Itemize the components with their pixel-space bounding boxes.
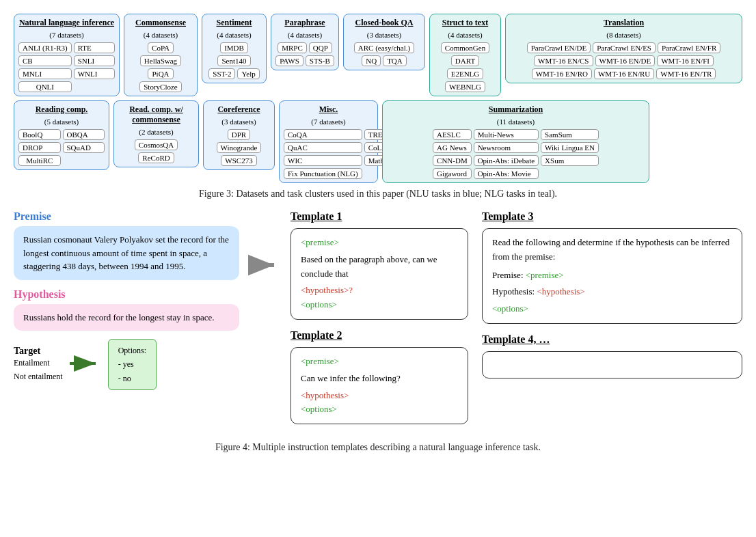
- template3-box: Read the following and determine if the …: [482, 228, 742, 324]
- cluster-closedqa: Closed-book QA (3 datasets) ARC (easy/ch…: [343, 14, 425, 70]
- list-item: Multi-News: [474, 129, 539, 140]
- list-item: DROP: [18, 142, 61, 153]
- list-item: Sent140: [217, 55, 250, 66]
- list-item: CoQA: [284, 129, 362, 140]
- cluster-misc-subtitle: (7 datasets): [284, 118, 373, 126]
- cluster-reading-title: Reading comp.: [18, 105, 105, 115]
- cluster-nli-title: Natural language inference: [18, 18, 115, 28]
- list-item: STS-B: [306, 55, 334, 66]
- cluster-closedqa-items: ARC (easy/chal.) NQ TQA: [348, 42, 420, 66]
- cluster-coref-items: DPR Winogrande WSC273: [208, 129, 270, 166]
- cluster-reading: Reading comp. (5 datasets) BoolQ OBQA DR…: [14, 100, 109, 170]
- template1-text: Based on the paragraph above, can we con…: [301, 253, 458, 281]
- target-section: Target Entailment Not entailment: [14, 339, 239, 390]
- target-entailment: Entailment Not entailment: [14, 357, 63, 383]
- template3-title: Template 3: [482, 210, 742, 223]
- template3-premise-label: Premise:: [492, 270, 524, 280]
- list-item: AG News: [433, 142, 472, 153]
- list-item: WMT-16 EN/RO: [532, 68, 592, 79]
- cluster-commonsense-subtitle: (4 datasets): [129, 31, 193, 39]
- list-item: Fix Punctuation (NLG): [284, 168, 362, 179]
- premise-label: Premise: [14, 210, 239, 223]
- cluster-translation-subtitle: (8 datasets): [510, 31, 738, 39]
- premise-text: Russian cosmonaut Valery Polyakov set th…: [23, 234, 229, 271]
- list-item: MultiRC: [18, 155, 61, 166]
- list-item: ARC (easy/chal.): [354, 42, 414, 53]
- cluster-closedqa-subtitle: (3 datasets): [348, 31, 420, 39]
- list-item: ParaCrawl EN/FR: [658, 42, 720, 53]
- list-item: PiQA: [148, 68, 173, 79]
- template3-premise-row: Premise: <premise>: [492, 268, 732, 283]
- cluster-sentiment-subtitle: (4 datasets): [206, 31, 262, 39]
- cluster-summarization-title: Summarization: [387, 105, 645, 115]
- list-item: SNLI: [74, 55, 115, 66]
- list-item: ANLI (R1-R3): [18, 42, 72, 53]
- template2-box: <premise> Can we infer the following? <h…: [291, 347, 468, 424]
- list-item: DPR: [228, 129, 250, 140]
- cluster-nli-subtitle: (7 datasets): [18, 31, 115, 39]
- options-yes: - yes: [118, 357, 146, 371]
- list-item: WSC273: [221, 155, 256, 166]
- clusters-row1: Natural language inference (7 datasets) …: [14, 14, 742, 96]
- cluster-sentiment-items: IMDB Sent140 SST-2 Yelp: [206, 42, 262, 79]
- list-item: Yelp: [237, 68, 259, 79]
- target-label-text: Target Entailment Not entailment: [14, 346, 63, 383]
- template3-hypothesis-row: Hypothesis: <hypothesis>: [492, 285, 732, 299]
- cluster-misc-title: Misc.: [284, 105, 373, 115]
- clusters-row2: Reading comp. (5 datasets) BoolQ OBQA DR…: [14, 100, 742, 183]
- template1-box: <premise> Based on the paragraph above, …: [291, 228, 468, 320]
- template2-section: Template 2 <premise> Can we infer the fo…: [291, 329, 468, 424]
- cluster-misc: Misc. (7 datasets) CoQA TREC QuAC CoLA W…: [279, 100, 378, 183]
- cluster-struct2text: Struct to text (4 datasets) CommonGen DA…: [429, 14, 501, 96]
- cluster-paraphrase-title: Paraphrase: [275, 18, 334, 28]
- cluster-readingw-items: CosmosQA ReCoRD: [118, 139, 194, 163]
- list-item: SamSum: [541, 129, 599, 140]
- template4-section: Template 4, …: [482, 333, 742, 378]
- template3-options: <options>: [492, 302, 732, 316]
- template3-hypothesis: <hypothesis>: [537, 286, 584, 297]
- cluster-summarization-items: AESLC Multi-News SamSum AG News Newsroom…: [387, 129, 645, 179]
- figure4-caption: Figure 4: Multiple instruction templates…: [14, 442, 742, 453]
- list-item: Winogrande: [217, 142, 262, 153]
- list-item: IMDB: [220, 42, 248, 53]
- list-item: WNLI: [74, 68, 115, 79]
- cluster-coref: Coreference (3 datasets) DPR Winogrande …: [203, 100, 275, 170]
- template2-hypothesis: <hypothesis>: [301, 389, 458, 403]
- list-item: ReCoRD: [138, 152, 174, 163]
- template3-text: Read the following and determine if the …: [492, 236, 732, 264]
- list-item: CNN-DM: [433, 155, 472, 166]
- list-item: XSum: [541, 155, 599, 166]
- list-item: NQ: [362, 55, 381, 66]
- list-item: Wiki Lingua EN: [541, 142, 599, 153]
- cluster-coref-subtitle: (3 datasets): [208, 118, 270, 126]
- list-item: ParaCrawl EN/DE: [527, 42, 591, 53]
- cluster-translation-items: ParaCrawl EN/DE ParaCrawl EN/ES ParaCraw…: [510, 42, 738, 79]
- figure3: Natural language inference (7 datasets) …: [14, 14, 742, 199]
- list-item: CosmosQA: [135, 139, 178, 150]
- cluster-struct2text-title: Struct to text: [434, 18, 496, 28]
- list-item: SST-2: [208, 68, 235, 79]
- list-item: BoolQ: [18, 129, 61, 140]
- cluster-coref-title: Coreference: [208, 105, 270, 115]
- list-item: QNLI: [18, 81, 72, 92]
- template1-hypothesis: <hypothesis>?: [301, 284, 458, 298]
- target-label: Target: [14, 346, 63, 357]
- list-item: WMT-16 EN/DE: [595, 55, 656, 66]
- big-arrow-svg: [248, 251, 282, 279]
- cluster-summarization: Summarization (11 datasets) AESLC Multi-…: [382, 100, 649, 183]
- cluster-nli: Natural language inference (7 datasets) …: [14, 14, 120, 96]
- arrow-svg: [68, 351, 103, 376]
- list-item: E2ENLG: [447, 68, 484, 79]
- list-item: TQA: [383, 55, 407, 66]
- hypothesis-box: Russians hold the record for the longest…: [14, 304, 239, 331]
- list-item: WEBNLG: [445, 81, 485, 92]
- figure4: Premise Russian cosmonaut Valery Polyako…: [14, 210, 742, 434]
- list-item: OBQA: [63, 129, 105, 140]
- list-item: Opin-Abs: iDebate: [474, 155, 539, 166]
- cluster-sentiment: Sentiment (4 datasets) IMDB Sent140 SST-…: [202, 14, 267, 83]
- template4-title: Template 4, …: [482, 333, 742, 346]
- list-item: Opin-Abs: Movie: [474, 168, 539, 179]
- cluster-misc-items: CoQA TREC QuAC CoLA WIC Math Fix Punctua…: [284, 129, 373, 179]
- premise-box: Russian cosmonaut Valery Polyakov set th…: [14, 226, 239, 280]
- target-arrow: [68, 351, 103, 378]
